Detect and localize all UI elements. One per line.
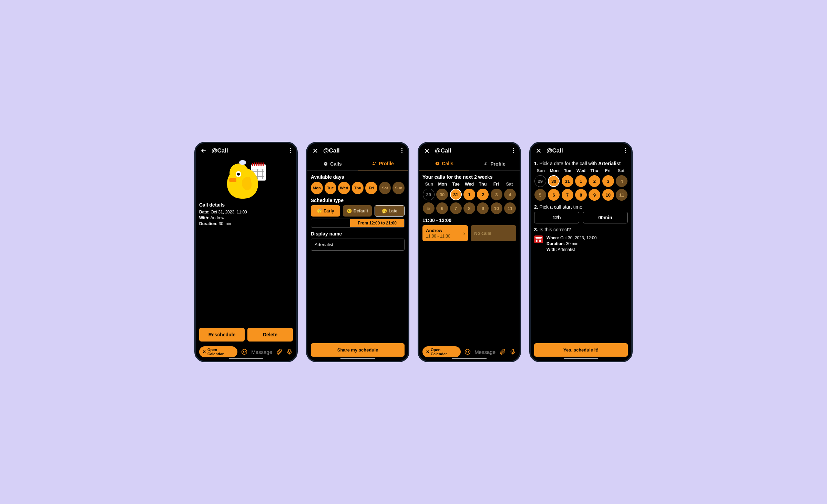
day-mon[interactable]: Mon — [311, 182, 323, 194]
cal-5[interactable]: 5 — [534, 189, 546, 201]
back-arrow-icon[interactable] — [200, 147, 207, 155]
cal-10[interactable]: 10 — [491, 202, 502, 214]
step-3: 3. Is this correct? — [534, 227, 628, 232]
day-sun[interactable]: Sun — [392, 182, 405, 194]
cal-3[interactable]: 3 — [602, 175, 614, 187]
display-name-label: Display name — [311, 231, 405, 237]
hour-picker[interactable]: 12h — [534, 212, 579, 223]
close-icon[interactable] — [423, 147, 431, 155]
cal-10[interactable]: 10 — [602, 189, 614, 201]
cal-11[interactable]: 11 — [616, 189, 627, 201]
cal-4[interactable]: 4 — [504, 189, 516, 200]
close-icon[interactable] — [535, 147, 542, 155]
cal-2[interactable]: 2 — [589, 175, 600, 187]
cal-7[interactable]: 7 — [562, 189, 573, 201]
cal-29[interactable]: 29 — [423, 189, 435, 200]
cal-8[interactable]: 8 — [575, 189, 587, 201]
tab-calls[interactable]: Calls — [307, 157, 358, 170]
reschedule-button[interactable]: Reschedule — [199, 328, 245, 342]
svg-point-1 — [243, 351, 244, 352]
more-icon[interactable] — [400, 147, 404, 155]
minute-picker[interactable]: 00min — [583, 212, 628, 223]
cal-4[interactable]: 4 — [616, 175, 627, 187]
phone-icon — [534, 235, 543, 243]
chevron-right-icon: › — [463, 230, 465, 237]
time-slot-label: 11:00 - 12:00 — [422, 218, 516, 223]
schedule-type-label: Schedule type — [311, 198, 405, 203]
attach-icon[interactable] — [276, 348, 283, 355]
more-icon[interactable] — [512, 147, 515, 155]
emoji-icon[interactable] — [464, 348, 471, 355]
detail-with: With: Andrew — [199, 216, 293, 220]
tabs: Calls Profile — [307, 157, 408, 171]
time-picker: 12h 00min — [534, 212, 628, 223]
message-input[interactable]: Message — [251, 349, 272, 355]
close-icon[interactable] — [312, 147, 319, 155]
tab-profile[interactable]: Profile — [469, 157, 520, 170]
cal-3[interactable]: 3 — [491, 189, 502, 200]
schedule-late-button[interactable]: 🥱Late — [375, 205, 405, 217]
calendar-row-1: 29 30 31 1 2 3 4 — [534, 175, 628, 187]
available-days-label: Available days — [311, 174, 405, 180]
cal-30[interactable]: 30 — [548, 175, 560, 187]
attach-icon[interactable] — [499, 348, 506, 355]
schedule-default-button[interactable]: 😐Default — [343, 205, 372, 217]
svg-point-2 — [245, 351, 246, 352]
header: @Call — [196, 143, 296, 157]
header: @Call — [419, 143, 520, 157]
tab-profile[interactable]: Profile — [358, 157, 408, 170]
calls-title: Your calls for the next 2 weeks — [422, 174, 516, 180]
calendar-row-2: 5 6 7 8 9 10 11 — [422, 202, 516, 214]
screen-call-details: @Call Call details Date: Oct 31, 2023, 1… — [194, 142, 298, 362]
cal-29[interactable]: 29 — [534, 175, 546, 187]
weekday-header: Sun Mon Tue Wed Thu Fri Sat — [422, 182, 516, 187]
svg-point-6 — [375, 162, 376, 163]
open-calendar-pill[interactable]: ✕Open Calendar — [422, 346, 461, 357]
cal-1[interactable]: 1 — [463, 189, 475, 200]
confirm-summary: When: Oct 30, 2023, 12:00 Duration: 30 m… — [534, 234, 628, 253]
cal-5[interactable]: 5 — [423, 202, 435, 214]
duck-calendar-image — [225, 161, 267, 199]
call-card-andrew[interactable]: Andrew 11:00 - 11:30 › — [422, 225, 468, 241]
cal-9[interactable]: 9 — [477, 202, 489, 214]
confirm-schedule-button[interactable]: Yes, schedule it! — [534, 343, 628, 357]
schedule-early-button[interactable]: 😴Early — [311, 205, 340, 217]
cal-30[interactable]: 30 — [436, 189, 448, 200]
svg-point-10 — [465, 349, 470, 355]
calendar-row-1: 29 30 31 1 2 3 4 — [422, 189, 516, 200]
app-title: @Call — [212, 147, 284, 154]
message-input[interactable]: Message — [474, 349, 496, 355]
tab-calls[interactable]: Calls — [419, 157, 469, 170]
cal-6[interactable]: 6 — [436, 202, 448, 214]
day-fri[interactable]: Fri — [365, 182, 377, 194]
open-calendar-pill[interactable]: ✕Open Calendar — [199, 346, 237, 357]
header: @Call — [307, 143, 408, 157]
cal-2[interactable]: 2 — [477, 189, 489, 200]
day-thu[interactable]: Thu — [352, 182, 364, 194]
more-icon[interactable] — [288, 147, 292, 155]
section-title: Call details — [199, 202, 293, 208]
cal-8[interactable]: 8 — [463, 202, 475, 214]
more-icon[interactable] — [623, 147, 627, 155]
mic-icon[interactable] — [286, 348, 293, 355]
time-range-bar[interactable]: From 12:00 to 21:00 — [311, 219, 405, 228]
cal-11[interactable]: 11 — [504, 202, 516, 214]
cal-9[interactable]: 9 — [589, 189, 600, 201]
cal-31[interactable]: 31 — [562, 175, 573, 187]
day-sat[interactable]: Sat — [379, 182, 391, 194]
mic-icon[interactable] — [509, 348, 516, 355]
day-tue[interactable]: Tue — [325, 182, 337, 194]
delete-button[interactable]: Delete — [247, 328, 293, 342]
home-indicator — [340, 358, 375, 359]
cal-6[interactable]: 6 — [548, 189, 560, 201]
home-indicator — [564, 358, 598, 359]
cal-31[interactable]: 31 — [450, 189, 462, 200]
cal-1[interactable]: 1 — [575, 175, 587, 187]
call-cards: Andrew 11:00 - 11:30 › No calls — [422, 225, 516, 241]
step-2: 2. Pick a call start time — [534, 204, 628, 210]
display-name-input[interactable] — [311, 239, 405, 251]
share-schedule-button[interactable]: Share my schedule — [311, 343, 405, 357]
emoji-icon[interactable] — [241, 348, 248, 355]
cal-7[interactable]: 7 — [450, 202, 462, 214]
day-wed[interactable]: Wed — [338, 182, 350, 194]
